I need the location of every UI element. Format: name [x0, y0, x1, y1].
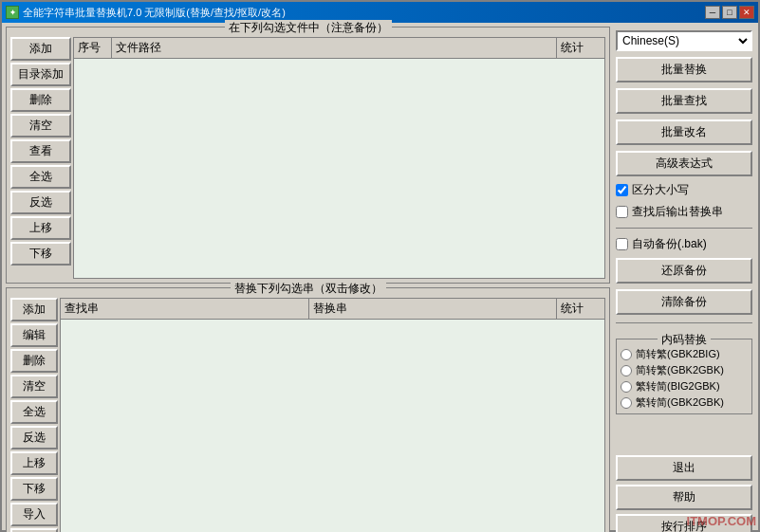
add-dir-button[interactable]: 目录添加: [10, 63, 71, 86]
col-search-header: 查找串: [61, 299, 309, 319]
language-select[interactable]: Chinese(S) Chinese(T) English Japanese: [616, 30, 752, 51]
col-stat-header: 统计: [557, 38, 604, 58]
batch-rename-button[interactable]: 批量改名: [616, 119, 752, 145]
file-list-title: 在下列勾选文件中（注意备份）: [225, 20, 392, 36]
col-seq-header: 序号: [74, 38, 112, 58]
radio-gbk2gbk-t-label: 繁转简(GBK2GBK): [636, 395, 724, 410]
add-file-button[interactable]: 添加: [10, 37, 71, 61]
divider-1: [616, 228, 752, 229]
replace-list-section: 替换下列勾选串（双击修改） 添加 编辑 删除 清空 全选 反选 上移 下移 导入…: [6, 287, 610, 533]
auto-backup-label: 自动备份(.bak): [632, 236, 707, 252]
file-table: 序号 文件路径 统计: [73, 37, 605, 279]
sort-button[interactable]: 按行排序: [616, 514, 752, 532]
radio-row-2: 简转繁(GBK2GBK): [621, 363, 748, 377]
case-sensitive-checkbox[interactable]: [616, 184, 628, 196]
clear-replace-button[interactable]: 清空: [10, 375, 58, 398]
app-icon: ✦: [6, 6, 19, 19]
case-sensitive-label: 区分大小写: [632, 182, 689, 198]
clear-files-button[interactable]: 清空: [10, 114, 71, 138]
minimize-button[interactable]: ─: [705, 6, 720, 19]
title-controls: ─ □ ✕: [705, 6, 754, 19]
help-button[interactable]: 帮助: [616, 485, 752, 510]
radio-row-3: 繁转简(BIG2GBK): [621, 379, 748, 394]
encoding-group-title: 内码替换: [658, 332, 711, 348]
col-path-header: 文件路径: [112, 38, 557, 58]
radio-big2gbk[interactable]: [621, 381, 632, 393]
col-replace-header: 替换串: [309, 299, 558, 319]
delete-replace-button[interactable]: 删除: [10, 349, 58, 373]
invert-replace-button[interactable]: 反选: [10, 426, 58, 449]
radio-gbk2gbk-s[interactable]: [621, 365, 632, 376]
exit-button[interactable]: 退出: [616, 455, 752, 481]
language-row: Chinese(S) Chinese(T) English Japanese: [616, 30, 752, 51]
radio-big2gbk-label: 繁转简(BIG2GBK): [636, 379, 720, 394]
export-button[interactable]: 导出: [10, 528, 58, 533]
radio-gbk2big[interactable]: [621, 349, 632, 360]
main-content: 在下列勾选文件中（注意备份） 添加 目录添加 删除 清空 查看 全选 反选 上移…: [2, 23, 758, 532]
restore-backup-button[interactable]: 还原备份: [616, 258, 752, 284]
move-up-file-button[interactable]: 上移: [10, 216, 71, 240]
select-all-replace-button[interactable]: 全选: [10, 400, 58, 424]
left-panel: 在下列勾选文件中（注意备份） 添加 目录添加 删除 清空 查看 全选 反选 上移…: [6, 27, 610, 532]
file-table-header: 序号 文件路径 统计: [74, 38, 604, 59]
replace-list-title: 替换下列勾选串（双击修改）: [231, 281, 386, 297]
right-panel: Chinese(S) Chinese(T) English Japanese 批…: [614, 27, 754, 532]
col-stat2-header: 统计: [557, 299, 604, 319]
batch-find-button[interactable]: 批量查找: [616, 88, 752, 114]
right-panel-bottom: 退出 帮助 按行排序: [616, 455, 752, 532]
file-table-body: [74, 59, 604, 278]
delete-file-button[interactable]: 删除: [10, 88, 71, 112]
main-window: ✦ 全能字符串批量替换机7.0 无限制版(替换/查找/抠取/改名) ─ □ ✕ …: [0, 0, 760, 532]
encoding-group: 内码替换 简转繁(GBK2BIG) 简转繁(GBK2GBK) 繁转简(BIG2G…: [616, 339, 752, 414]
replace-table-body: [61, 320, 604, 533]
radio-gbk2big-label: 简转繁(GBK2BIG): [636, 347, 720, 361]
invert-files-button[interactable]: 反选: [10, 191, 71, 214]
divider-2: [616, 322, 752, 323]
move-up-replace-button[interactable]: 上移: [10, 451, 58, 475]
output-after-find-row: 查找后输出替换串: [616, 204, 752, 220]
select-all-files-button[interactable]: 全选: [10, 165, 71, 189]
radio-row-1: 简转繁(GBK2BIG): [621, 347, 748, 361]
radio-gbk2gbk-s-label: 简转繁(GBK2GBK): [636, 363, 724, 377]
window-title: 全能字符串批量替换机7.0 无限制版(替换/查找/抠取/改名): [23, 6, 286, 20]
replace-table: 查找串 替换串 统计: [60, 298, 605, 533]
advanced-regex-button[interactable]: 高级表达式: [616, 151, 752, 176]
replace-table-header: 查找串 替换串 统计: [61, 299, 604, 320]
move-down-file-button[interactable]: 下移: [10, 242, 71, 266]
case-sensitive-row: 区分大小写: [616, 182, 752, 198]
import-button[interactable]: 导入: [10, 503, 58, 526]
view-file-button[interactable]: 查看: [10, 139, 71, 163]
file-buttons: 添加 目录添加 删除 清空 查看 全选 反选 上移 下移: [10, 37, 71, 279]
radio-gbk2gbk-t[interactable]: [621, 397, 632, 409]
maximize-button[interactable]: □: [722, 6, 737, 19]
batch-replace-button[interactable]: 批量替换: [616, 57, 752, 83]
radio-row-4: 繁转简(GBK2GBK): [621, 395, 748, 410]
close-button[interactable]: ✕: [739, 6, 754, 19]
clear-backup-button[interactable]: 清除备份: [616, 289, 752, 315]
output-after-find-label: 查找后输出替换串: [632, 204, 723, 220]
output-after-find-checkbox[interactable]: [616, 206, 628, 218]
title-bar-left: ✦ 全能字符串批量替换机7.0 无限制版(替换/查找/抠取/改名): [6, 6, 286, 20]
move-down-replace-button[interactable]: 下移: [10, 477, 58, 501]
auto-backup-row: 自动备份(.bak): [616, 236, 752, 252]
replace-buttons: 添加 编辑 删除 清空 全选 反选 上移 下移 导入 导出: [10, 298, 58, 533]
add-replace-button[interactable]: 添加: [10, 298, 58, 321]
edit-replace-button[interactable]: 编辑: [10, 323, 58, 347]
auto-backup-checkbox[interactable]: [616, 238, 628, 250]
file-list-section: 在下列勾选文件中（注意备份） 添加 目录添加 删除 清空 查看 全选 反选 上移…: [6, 27, 610, 284]
